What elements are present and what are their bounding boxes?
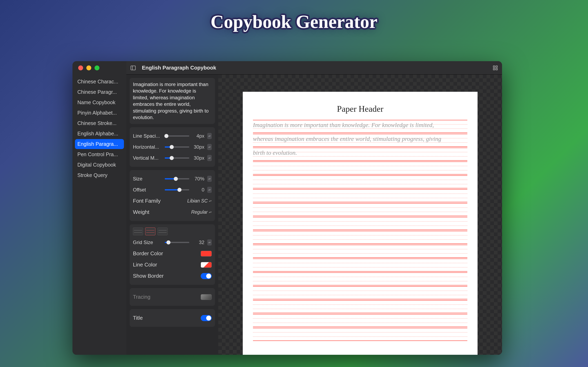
line-row (253, 231, 467, 244)
line-row (253, 217, 467, 230)
grid-size-row: Grid Size 32 ▴▾ (133, 237, 212, 248)
tracing-swatch[interactable] (201, 294, 212, 300)
paper: Paper Header Imagination is more importa… (243, 92, 477, 355)
sidebar-item-8[interactable]: Digital Copybook (75, 160, 124, 170)
sidebar-item-2[interactable]: Name Copybook (75, 98, 124, 108)
sidebar-item-0[interactable]: Chinese Charac... (75, 77, 124, 87)
stepper[interactable]: ▴▾ (207, 176, 212, 182)
minimize-button[interactable] (86, 66, 91, 70)
line-row (253, 272, 467, 285)
sidebar-item-4[interactable]: Chinese Stroke... (75, 118, 124, 128)
show-border-toggle[interactable] (201, 273, 212, 279)
svg-rect-4 (493, 68, 495, 70)
line-row (253, 286, 467, 299)
title-row: Title (133, 312, 212, 324)
line-row (253, 175, 467, 188)
zoom-button[interactable] (95, 66, 99, 70)
vertical-margin-row: Vertical M... 30px ▴▾ (133, 152, 212, 164)
weight-row: Weight Regular ▴▾ (133, 207, 212, 218)
hero-title: Copybook Generator (210, 11, 377, 32)
close-button[interactable] (78, 66, 83, 70)
weight-select[interactable]: Regular ▴▾ (191, 209, 212, 215)
stepper[interactable]: ▴▾ (207, 239, 212, 245)
stepper[interactable]: ▴▾ (207, 187, 212, 193)
size-row: Size 70% ▴▾ (133, 173, 212, 184)
app-window: Chinese Charac...Chinese Paragr...Name C… (72, 61, 502, 355)
font-family-row: Font Family Libian SC ▴▾ (133, 195, 212, 207)
line-color-row: Line Color (133, 259, 212, 270)
grid-view-icon[interactable] (492, 65, 498, 71)
ruled-lines: Imagination is more important than knowl… (253, 120, 467, 341)
line-row: whereas imagination embraces the entire … (253, 134, 467, 147)
vertical-slider[interactable] (165, 157, 189, 159)
line-row (253, 328, 467, 341)
line-color-swatch[interactable] (201, 262, 212, 268)
offset-row: Offset 0 ▴▾ (133, 184, 212, 195)
font-family-select[interactable]: Libian SC ▴▾ (187, 198, 212, 204)
sidebar-item-7[interactable]: Pen Control Pra... (75, 150, 124, 159)
border-color-row: Border Color (133, 248, 212, 259)
line-row (253, 245, 467, 258)
grid-style-2[interactable] (145, 227, 155, 235)
grid-size-slider[interactable] (165, 242, 189, 243)
sidebar-toggle-icon[interactable] (130, 65, 136, 71)
grid-panel: Grid Size 32 ▴▾ Border Color Line Color (130, 224, 215, 285)
line-row: birth to evolution. (253, 148, 467, 161)
border-color-swatch[interactable] (201, 251, 212, 257)
text-panel: Imagination is more important than knowl… (130, 78, 215, 124)
line-row (253, 203, 467, 216)
stepper[interactable]: ▴▾ (207, 144, 212, 150)
grid-style-1[interactable] (133, 227, 143, 235)
traced-text: whereas imagination embraces the entire … (253, 135, 467, 142)
sidebar-item-9[interactable]: Stroke Query (75, 170, 124, 180)
tracing-row: Tracing (133, 291, 212, 303)
offset-slider[interactable] (165, 189, 189, 191)
line-row (253, 259, 467, 272)
svg-rect-3 (496, 66, 498, 67)
horizontal-margin-row: Horizontal... 30px ▴▾ (133, 142, 212, 152)
preview-area[interactable]: Paper Header Imagination is more importa… (218, 75, 502, 355)
horizontal-slider[interactable] (165, 146, 189, 148)
show-border-row: Show Border (133, 270, 212, 282)
stepper[interactable]: ▴▾ (207, 133, 212, 139)
main: English Paragraph Copybook Imagination i… (126, 61, 502, 355)
line-row (253, 314, 467, 327)
line-spacing-slider[interactable] (165, 135, 189, 137)
sidebar-item-6[interactable]: English Paragra... (75, 139, 124, 149)
grid-style-thumbs (133, 227, 212, 235)
grid-style-3[interactable] (157, 227, 168, 235)
line-row: Imagination is more important than knowl… (253, 120, 467, 133)
chevron-updown-icon: ▴▾ (209, 211, 212, 213)
sidebar-item-5[interactable]: English Alphabe... (75, 129, 124, 139)
traffic-lights (72, 61, 126, 75)
font-panel: Size 70% ▴▾ Offset 0 ▴▾ Font Family (130, 170, 215, 221)
title-panel: Title (130, 309, 215, 327)
svg-rect-0 (131, 66, 136, 70)
text-content[interactable]: Imagination is more important than knowl… (133, 81, 212, 121)
paper-header: Paper Header (253, 104, 467, 114)
line-spacing-row: Line Spaci... 4px ▴▾ (133, 131, 212, 142)
tracing-panel: Tracing (130, 288, 215, 306)
inspector: Imagination is more important than knowl… (126, 75, 218, 355)
line-row (253, 300, 467, 313)
sidebar-item-3[interactable]: Pinyin Alphabet... (75, 108, 124, 118)
title-toggle[interactable] (201, 315, 212, 321)
sidebar-item-1[interactable]: Chinese Paragr... (75, 87, 124, 97)
chevron-updown-icon: ▴▾ (209, 200, 212, 202)
toolbar: English Paragraph Copybook (126, 61, 502, 75)
layout-panel: Line Spaci... 4px ▴▾ Horizontal... 30px … (130, 127, 215, 167)
line-row (253, 189, 467, 202)
stepper[interactable]: ▴▾ (207, 155, 212, 161)
svg-rect-2 (493, 66, 495, 67)
sidebar: Chinese Charac...Chinese Paragr...Name C… (72, 61, 126, 355)
line-row (253, 161, 467, 175)
traced-text: birth to evolution. (253, 149, 467, 156)
size-slider[interactable] (165, 178, 189, 179)
traced-text: Imagination is more important than knowl… (253, 122, 467, 128)
svg-rect-5 (496, 68, 498, 70)
window-title: English Paragraph Copybook (142, 65, 216, 71)
